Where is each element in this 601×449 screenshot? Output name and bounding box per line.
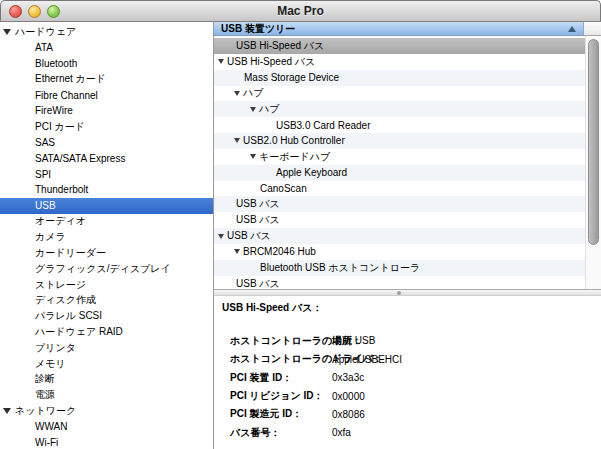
sidebar-item-SATA/SATA Express[interactable]: SATA/SATA Express bbox=[0, 150, 213, 166]
sidebar-item-WWAN[interactable]: WWAN bbox=[0, 419, 213, 435]
sidebar-item-label: メモリ bbox=[35, 357, 66, 371]
sidebar-item-パラレル SCSI[interactable]: パラレル SCSI bbox=[0, 308, 213, 324]
sidebar-item-グラフィックス/ディスプレイ[interactable]: グラフィックス/ディスプレイ bbox=[0, 261, 213, 277]
sidebar-item-label: SPI bbox=[35, 169, 51, 180]
sidebar-item-Bluetooth[interactable]: Bluetooth bbox=[0, 56, 213, 72]
tree-scrollbar-thumb[interactable] bbox=[588, 39, 599, 245]
details-row: PCI 装置 ID：0x3a3c bbox=[222, 369, 601, 387]
sidebar-item-ネットワーク[interactable]: ネットワーク bbox=[0, 403, 213, 419]
details-row-label: PCI リビジョン ID： bbox=[230, 389, 332, 403]
tree-row-label: CanoScan bbox=[260, 183, 307, 194]
details-pane: USB Hi-Speed バス： ホストコントローラの場所：内蔵 USBホストコ… bbox=[214, 296, 601, 449]
tree-row-USB バス[interactable]: USB バス bbox=[214, 276, 601, 289]
details-row: ホストコントローラの場所：内蔵 USB bbox=[222, 332, 601, 350]
disclosure-triangle-icon[interactable] bbox=[218, 59, 224, 64]
tree-row-USB3.0 Card Reader[interactable]: USB3.0 Card Reader bbox=[214, 117, 601, 133]
sidebar-item-ATA[interactable]: ATA bbox=[0, 40, 213, 56]
tree-row-キーボードハブ[interactable]: キーボードハブ bbox=[214, 149, 601, 165]
details-row-value: 0xfa bbox=[332, 427, 351, 438]
disclosure-triangle-icon[interactable] bbox=[250, 154, 256, 159]
sidebar-item-label: Thunderbolt bbox=[35, 184, 88, 195]
sidebar-item-PCI カード[interactable]: PCI カード bbox=[0, 119, 213, 135]
close-button[interactable] bbox=[9, 5, 22, 18]
sidebar-item-label: パラレル SCSI bbox=[35, 309, 102, 323]
sidebar-item-プリンタ[interactable]: プリンタ bbox=[0, 340, 213, 356]
sidebar-item-SPI[interactable]: SPI bbox=[0, 166, 213, 182]
sidebar-item-label: ネットワーク bbox=[15, 404, 76, 418]
splitter-dimple-icon bbox=[397, 291, 401, 295]
sidebar-item-Wi-Fi[interactable]: Wi-Fi bbox=[0, 435, 213, 449]
tree-row-label: USB バス bbox=[227, 229, 271, 243]
sidebar-item-診断[interactable]: 診断 bbox=[0, 372, 213, 388]
tree-row-label: USB Hi-Speed バス bbox=[227, 55, 315, 69]
tree-row-USB バス[interactable]: USB バス bbox=[214, 212, 601, 228]
sidebar-item-ディスク作成[interactable]: ディスク作成 bbox=[0, 293, 213, 309]
tree-header-column[interactable]: USB 装置ツリー bbox=[214, 22, 584, 36]
details-row-value: 内蔵 USB bbox=[332, 334, 375, 348]
tree-row-ハブ[interactable]: ハブ bbox=[214, 86, 601, 102]
details-row-label: ホストコントローラの場所： bbox=[230, 334, 332, 348]
tree-scrollbar[interactable] bbox=[585, 36, 601, 289]
sidebar-item-オーディオ[interactable]: オーディオ bbox=[0, 214, 213, 230]
disclosure-triangle-icon[interactable] bbox=[234, 91, 240, 96]
sidebar-item-label: SATA/SATA Express bbox=[35, 153, 125, 164]
sidebar-item-label: カメラ bbox=[35, 230, 66, 244]
details-row: PCI リビジョン ID：0x0000 bbox=[222, 387, 601, 405]
tree-row-BRCM2046 Hub[interactable]: BRCM2046 Hub bbox=[214, 244, 601, 260]
disclosure-triangle-icon[interactable] bbox=[234, 249, 240, 254]
details-row: バス番号：0xfa bbox=[222, 423, 601, 441]
disclosure-triangle-icon[interactable] bbox=[250, 107, 256, 112]
tree-row-USB バス[interactable]: USB バス bbox=[214, 196, 601, 212]
disclosure-triangle-icon[interactable] bbox=[218, 234, 224, 239]
minimize-button[interactable] bbox=[28, 5, 41, 18]
sidebar-item-カメラ[interactable]: カメラ bbox=[0, 229, 213, 245]
tree-row-label: USB バス bbox=[236, 277, 280, 289]
disclosure-triangle-icon[interactable] bbox=[3, 29, 11, 35]
sidebar-item-label: 電源 bbox=[35, 388, 55, 402]
sidebar-item-label: 診断 bbox=[35, 372, 55, 386]
tree-row-CanoScan[interactable]: CanoScan bbox=[214, 181, 601, 197]
tree-row-Mass Storage Device[interactable]: Mass Storage Device bbox=[214, 70, 601, 86]
window-title: Mac Pro bbox=[277, 4, 324, 18]
sidebar-item-Thunderbolt[interactable]: Thunderbolt bbox=[0, 182, 213, 198]
details-row-label: PCI 装置 ID： bbox=[230, 371, 332, 385]
sidebar-item-電源[interactable]: 電源 bbox=[0, 387, 213, 403]
pane-splitter[interactable] bbox=[214, 289, 601, 296]
sidebar-item-カードリーダー[interactable]: カードリーダー bbox=[0, 245, 213, 261]
sidebar-item-label: ATA bbox=[35, 42, 53, 53]
details-row-label: ホストコントローラのドライバ： bbox=[230, 352, 332, 366]
tree-row-USB Hi-Speed バス[interactable]: USB Hi-Speed バス bbox=[214, 54, 601, 70]
sidebar-item-label: FireWire bbox=[35, 105, 73, 116]
tree-row-label: ハブ bbox=[243, 86, 263, 100]
sidebar-item-label: ハードウェア RAID bbox=[35, 325, 123, 339]
disclosure-triangle-icon[interactable] bbox=[234, 138, 240, 143]
sort-ascending-icon bbox=[568, 26, 576, 32]
sidebar-item-label: Bluetooth bbox=[35, 58, 77, 69]
sidebar-item-メモリ[interactable]: メモリ bbox=[0, 356, 213, 372]
details-row-label: バス番号： bbox=[230, 426, 332, 440]
tree-row-USB Hi-Speed バス[interactable]: USB Hi-Speed バス bbox=[214, 38, 601, 54]
tree-row-Apple Keyboard[interactable]: Apple Keyboard bbox=[214, 165, 601, 181]
titlebar[interactable]: Mac Pro bbox=[0, 0, 601, 22]
sidebar-item-ハードウェア RAID[interactable]: ハードウェア RAID bbox=[0, 324, 213, 340]
sidebar-item-ストレージ[interactable]: ストレージ bbox=[0, 277, 213, 293]
sidebar-item-Fibre Channel[interactable]: Fibre Channel bbox=[0, 87, 213, 103]
tree-header-scrollbar-corner bbox=[584, 22, 601, 36]
sidebar-item-Ethernet カード[interactable]: Ethernet カード bbox=[0, 71, 213, 87]
sidebar-item-FireWire[interactable]: FireWire bbox=[0, 103, 213, 119]
tree-row-label: Apple Keyboard bbox=[276, 167, 347, 178]
tree-header: USB 装置ツリー bbox=[214, 22, 601, 36]
sidebar-item-ハードウェア[interactable]: ハードウェア bbox=[0, 24, 213, 40]
zoom-button[interactable] bbox=[47, 5, 60, 18]
tree-row-label: USB バス bbox=[236, 197, 280, 211]
tree-row-USB バス[interactable]: USB バス bbox=[214, 228, 601, 244]
tree-row-USB2.0 Hub Controller[interactable]: USB2.0 Hub Controller bbox=[214, 133, 601, 149]
disclosure-triangle-icon[interactable] bbox=[3, 408, 11, 414]
tree-row-ハブ[interactable]: ハブ bbox=[214, 101, 601, 117]
sidebar-item-USB[interactable]: USB bbox=[0, 198, 213, 214]
tree-header-label: USB 装置ツリー bbox=[221, 22, 295, 36]
sidebar-item-label: PCI カード bbox=[35, 120, 85, 134]
main-body: ハードウェアATABluetoothEthernet カードFibre Chan… bbox=[0, 22, 601, 449]
sidebar-item-SAS[interactable]: SAS bbox=[0, 135, 213, 151]
tree-row-Bluetooth USB ホストコントローラ[interactable]: Bluetooth USB ホストコントローラ bbox=[214, 260, 601, 276]
